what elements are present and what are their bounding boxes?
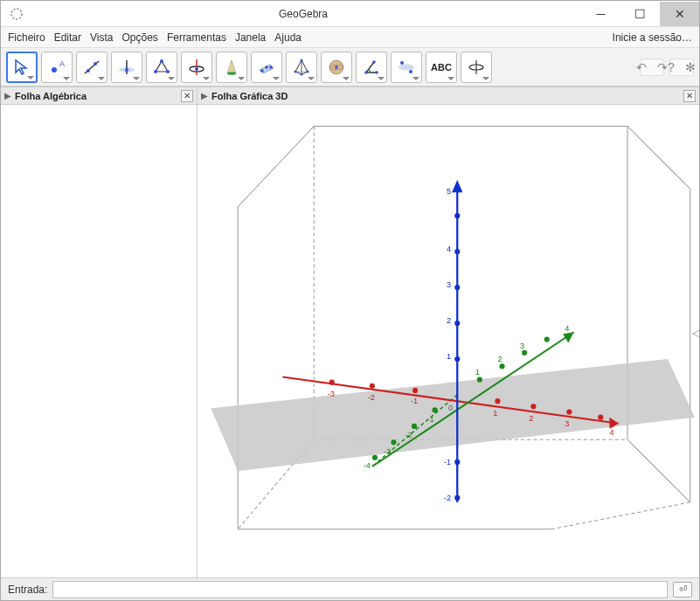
maximize-button[interactable]: ☐ [620,2,660,26]
svg-point-20 [269,66,273,69]
svg-point-31 [375,71,378,74]
svg-point-80 [372,455,378,460]
svg-text:0: 0 [448,404,453,412]
menu-ferramentas[interactable]: Ferramentas [167,31,226,44]
svg-point-76 [544,336,550,342]
graphics3d-canvas[interactable]: -3 -2 -1 1 2 3 4 [198,105,699,577]
collapse-icon[interactable]: ▶ [4,91,11,100]
svg-point-93 [454,285,460,290]
svg-point-92 [454,321,460,326]
svg-text:-1: -1 [426,415,433,424]
svg-point-0 [11,9,22,19]
svg-text:2: 2 [447,316,451,325]
menu-ajuda[interactable]: Ajuda [274,31,301,44]
line-tool[interactable] [76,52,107,83]
settings-button[interactable]: ✻ [685,60,696,74]
side-panel-toggle[interactable]: ◁ [691,324,700,342]
polygon-tool[interactable] [146,52,177,83]
menu-ficheiro[interactable]: Ficheiro [8,31,45,44]
minimize-button[interactable]: ─ [581,2,620,26]
svg-line-46 [551,502,690,529]
svg-line-47 [627,439,690,502]
reflect-tool[interactable] [391,52,422,83]
sphere-tool[interactable] [321,52,352,83]
help-settings-group: ? ✻ [669,59,694,76]
undo-button[interactable]: ↶ [636,60,647,74]
menubar: Ficheiro Editar Vista Opções Ferramentas… [1,27,699,48]
intersect-surfaces-tool[interactable] [216,52,247,83]
menu-vista[interactable]: Vista [90,31,113,44]
undo-redo-group: ↶ ↷ [640,59,664,76]
redo-button[interactable]: ↷ [657,60,668,74]
svg-point-24 [294,70,296,73]
svg-text:-3: -3 [384,447,391,456]
svg-point-58 [370,383,375,389]
svg-point-12 [154,70,157,73]
window-controls: ─ ☐ ✕ [581,2,699,26]
svg-point-15 [195,67,198,71]
perpendicular-tool[interactable] [111,52,142,83]
session-link[interactable]: Inicie a sessão… [613,31,692,44]
svg-point-32 [372,60,376,64]
svg-point-19 [265,66,268,69]
svg-text:3: 3 [520,342,524,350]
angle-tool[interactable] [356,52,387,83]
graphics3d-panel-close[interactable]: ✕ [683,90,696,102]
svg-point-5 [94,62,97,66]
svg-text:-2: -2 [368,393,375,402]
svg-text:2: 2 [497,355,502,363]
algebra-panel-close[interactable]: ✕ [181,90,193,102]
algebra-panel-body[interactable] [1,105,197,577]
command-input[interactable] [52,581,668,598]
pyramid-tool[interactable] [286,52,317,83]
help-button[interactable]: ? [668,60,675,74]
content-area: ▶ Folha Algébrica ✕ ▶ Folha Gráfica 3D ✕ [1,86,699,577]
svg-line-40 [238,127,314,207]
input-bar: Entrada: ⏎ [1,577,699,600]
menu-opcoes[interactable]: Opções [122,31,158,44]
svg-point-63 [598,415,603,420]
move-tool[interactable] [6,52,38,83]
window-title: GeoGebra [25,8,581,20]
graphics3d-panel-header: ▶ Folha Gráfica 3D ✕ [198,87,699,105]
menu-editar[interactable]: Editar [54,31,81,44]
svg-text:-4: -4 [364,461,371,470]
svg-point-97 [454,495,460,501]
input-label: Entrada: [8,584,47,596]
svg-point-25 [306,70,308,73]
svg-point-35 [409,70,412,73]
svg-point-8 [125,68,128,72]
text-tool[interactable]: ABC [426,52,457,83]
virtual-keyboard-button[interactable]: ⏎ [673,582,692,598]
svg-point-30 [364,71,368,74]
svg-text:3: 3 [447,280,451,289]
point-tool[interactable]: A [41,52,73,83]
circle-axis-tool[interactable] [181,52,212,83]
svg-point-91 [454,356,460,362]
svg-point-16 [227,72,236,75]
rotate-view-tool[interactable] [461,52,492,83]
svg-point-61 [530,404,536,409]
svg-text:3: 3 [565,419,569,428]
svg-point-4 [87,69,90,73]
plane-tool[interactable] [251,52,282,83]
svg-point-74 [499,363,504,369]
svg-point-33 [399,64,414,70]
close-button[interactable]: ✕ [660,2,699,26]
svg-point-10 [160,59,163,63]
svg-point-29 [335,66,338,69]
svg-point-1 [52,67,57,73]
svg-point-26 [300,73,302,75]
svg-text:1: 1 [475,368,480,376]
svg-text:4: 4 [565,324,569,333]
menu-janela[interactable]: Janela [235,31,266,44]
svg-point-11 [166,70,170,73]
svg-point-34 [400,61,404,65]
view3d-svg: -3 -2 -1 1 2 3 4 [198,105,699,577]
svg-text:-2: -2 [444,494,451,502]
collapse-icon[interactable]: ▶ [201,91,208,100]
algebra-panel-header: ▶ Folha Algébrica ✕ [1,87,197,105]
toolbar: A [1,48,699,86]
titlebar: GeoGebra ─ ☐ ✕ [1,1,699,27]
svg-point-23 [300,59,302,61]
